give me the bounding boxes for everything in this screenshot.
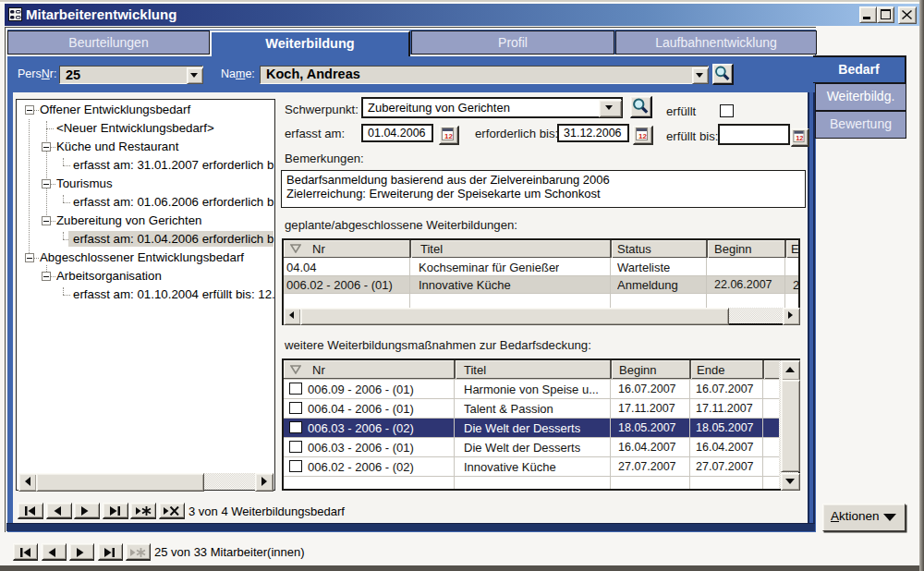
svg-text:12: 12 xyxy=(444,132,453,140)
svg-text:12: 12 xyxy=(638,132,647,140)
svg-text:12: 12 xyxy=(796,134,803,142)
